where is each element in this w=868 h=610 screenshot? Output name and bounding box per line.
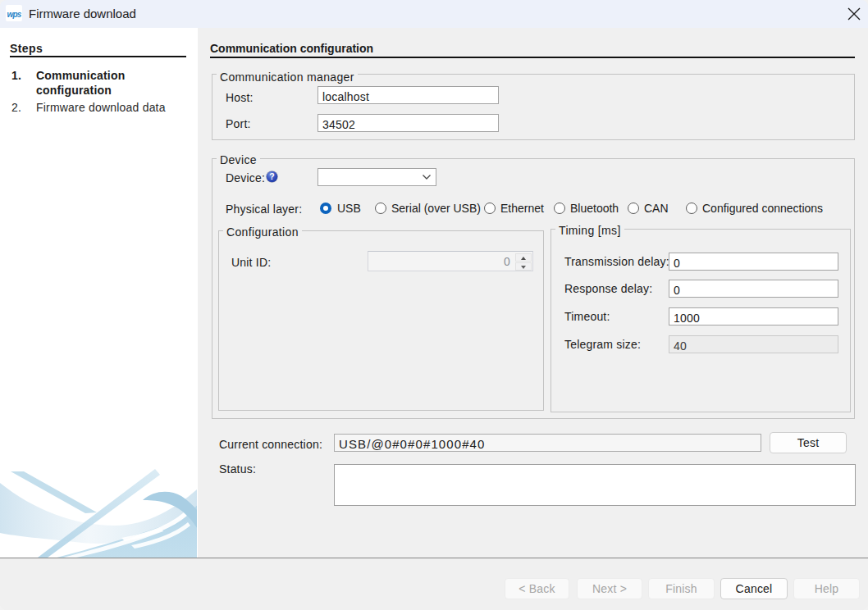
svg-text:?: ? xyxy=(269,171,275,181)
